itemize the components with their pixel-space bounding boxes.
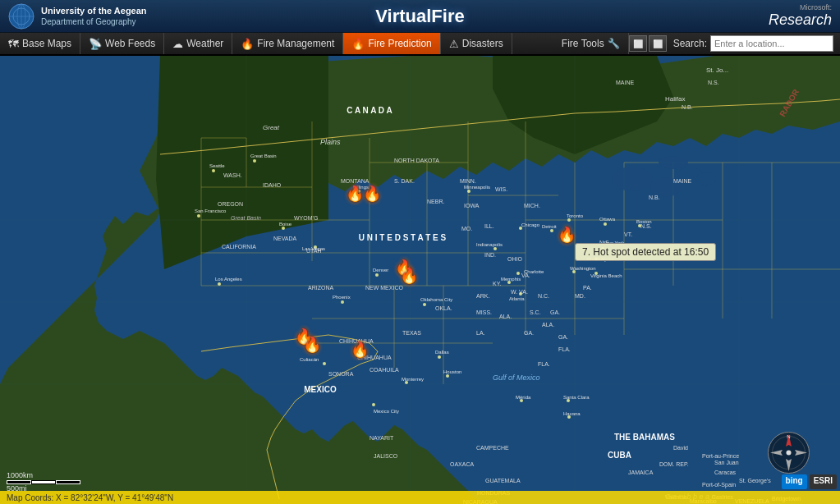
svg-text:KY.: KY. bbox=[493, 281, 501, 286]
svg-text:Phoenix: Phoenix bbox=[333, 295, 351, 300]
svg-text:DOM. REP.: DOM. REP. bbox=[659, 461, 689, 467]
svg-point-110 bbox=[493, 247, 497, 250]
svg-text:GA.: GA. bbox=[558, 334, 568, 340]
svg-text:LA.: LA. bbox=[476, 330, 485, 336]
nav-fire-tools[interactable]: Fire Tools 🔧 bbox=[553, 33, 629, 54]
svg-point-144 bbox=[372, 403, 375, 406]
web-feeds-icon: 📡 bbox=[89, 38, 102, 50]
fire-marker-7[interactable]: 🔥 bbox=[303, 336, 321, 354]
nav-fire-management[interactable]: 🔥 Fire Management bbox=[232, 33, 343, 54]
svg-point-92 bbox=[197, 214, 200, 218]
fire-marker-1[interactable]: 🔥 bbox=[346, 185, 364, 203]
svg-text:JAMAICA: JAMAICA bbox=[628, 470, 654, 475]
svg-text:St. George's: St. George's bbox=[739, 478, 771, 484]
ms-research: Microsoft: Research bbox=[769, 3, 832, 29]
logo-area: University of the Aegean Department of G… bbox=[8, 3, 147, 30]
svg-text:Santa Clara: Santa Clara bbox=[563, 395, 590, 400]
coords-bar: Map Coords: X = 82°32'24"W, Y = 41°49'48… bbox=[0, 491, 840, 504]
fire-marker-4[interactable]: 🔥 bbox=[400, 267, 418, 285]
map-container[interactable]: U N I T E D S T A T E S MEXICO C A N A D… bbox=[0, 56, 840, 504]
weather-icon: ☁ bbox=[172, 38, 183, 50]
svg-text:Oklahoma City: Oklahoma City bbox=[420, 297, 452, 302]
svg-text:Los Angeles: Los Angeles bbox=[215, 277, 242, 282]
svg-point-39 bbox=[659, 156, 688, 169]
svg-text:Boise: Boise bbox=[279, 222, 292, 227]
svg-text:Gulf of Mexico: Gulf of Mexico bbox=[493, 373, 540, 382]
svg-text:Houston: Houston bbox=[443, 369, 461, 374]
svg-text:Indianapolis: Indianapolis bbox=[476, 242, 503, 247]
nav-fire-prediction[interactable]: 🔥 Fire Prediction bbox=[343, 33, 440, 54]
nav-weather[interactable]: ☁ Weather bbox=[164, 33, 232, 54]
svg-text:St. Jo...: St. Jo... bbox=[706, 66, 728, 74]
search-label: Search: bbox=[673, 38, 707, 49]
fire-marker-2[interactable]: 🔥 bbox=[363, 185, 381, 203]
svg-text:MAINE: MAINE bbox=[616, 80, 635, 85]
svg-text:COAHUILA: COAHUILA bbox=[370, 367, 399, 373]
fire-marker-5[interactable]: 🔥 bbox=[558, 226, 576, 244]
svg-text:TEXAS: TEXAS bbox=[402, 330, 421, 336]
svg-text:MEXICO: MEXICO bbox=[304, 385, 337, 394]
svg-point-36 bbox=[612, 167, 653, 191]
svg-point-94 bbox=[218, 282, 221, 286]
svg-text:Virginia Beach: Virginia Beach bbox=[590, 273, 622, 278]
svg-text:New York: New York bbox=[604, 241, 625, 245]
nav-compass[interactable]: N bbox=[766, 430, 811, 475]
svg-text:MICH.: MICH. bbox=[524, 203, 540, 208]
svg-text:OREGON: OREGON bbox=[218, 201, 243, 207]
svg-text:Culiacán: Culiacán bbox=[300, 357, 319, 362]
svg-text:S. DAK.: S. DAK. bbox=[394, 178, 415, 184]
svg-text:N.S.: N.S. bbox=[708, 80, 719, 85]
svg-point-90 bbox=[212, 169, 215, 172]
svg-point-206 bbox=[787, 451, 792, 456]
nav-base-maps[interactable]: 🗺 Base Maps bbox=[0, 33, 80, 54]
logo-text: University of the Aegean Department of G… bbox=[41, 5, 147, 27]
svg-text:NORTH DAKOTA: NORTH DAKOTA bbox=[394, 158, 439, 163]
fire-prediction-icon: 🔥 bbox=[351, 38, 365, 50]
svg-text:Denver: Denver bbox=[373, 268, 388, 273]
search-input[interactable] bbox=[710, 35, 833, 52]
svg-point-104 bbox=[438, 355, 441, 359]
svg-text:U N I T E D   S T A T E S: U N I T E D S T A T E S bbox=[359, 233, 447, 242]
nav-disasters[interactable]: ⚠ Disasters bbox=[441, 33, 512, 54]
svg-point-114 bbox=[519, 292, 522, 296]
svg-text:Atlanta: Atlanta bbox=[509, 296, 525, 301]
svg-text:OHIO: OHIO bbox=[507, 256, 522, 262]
svg-text:JALISCO: JALISCO bbox=[374, 453, 398, 459]
tool-btn-1[interactable]: ⬜ bbox=[629, 35, 647, 52]
svg-text:Washington: Washington bbox=[570, 266, 595, 271]
svg-text:GA.: GA. bbox=[550, 309, 560, 315]
svg-text:ALA.: ALA. bbox=[499, 314, 512, 319]
tool-btn-2[interactable]: ⬜ bbox=[649, 35, 667, 52]
svg-text:N.S.: N.S. bbox=[640, 223, 652, 229]
nav-web-feeds[interactable]: 📡 Web Feeds bbox=[80, 33, 164, 54]
svg-point-96 bbox=[282, 227, 285, 230]
svg-text:Havana: Havana bbox=[563, 411, 581, 416]
svg-text:NAYARIT: NAYARIT bbox=[370, 435, 394, 441]
svg-text:THE BAHAMAS: THE BAHAMAS bbox=[614, 433, 675, 442]
svg-text:FLA.: FLA. bbox=[538, 361, 550, 367]
svg-text:VT.: VT. bbox=[624, 231, 632, 237]
svg-text:MISS.: MISS. bbox=[476, 309, 492, 315]
svg-text:S.C.: S.C. bbox=[530, 309, 541, 315]
svg-text:PA.: PA. bbox=[583, 285, 592, 291]
navbar: 🗺 Base Maps 📡 Web Feeds ☁ Weather 🔥 Fire… bbox=[0, 33, 840, 56]
svg-text:Minneapolis: Minneapolis bbox=[464, 185, 490, 190]
svg-text:OAXACA: OAXACA bbox=[450, 461, 475, 467]
svg-text:Chicago: Chicago bbox=[521, 222, 540, 227]
svg-text:Port-of-Spain: Port-of-Spain bbox=[702, 482, 736, 488]
svg-text:Las Vegas: Las Vegas bbox=[302, 246, 325, 251]
fire-tools-icon: 🔧 bbox=[608, 38, 620, 49]
svg-text:ARK.: ARK. bbox=[476, 293, 489, 299]
fire-marker-8[interactable]: 🔥 bbox=[351, 341, 369, 359]
svg-text:Philadelphia: Philadelphia bbox=[587, 257, 614, 262]
disasters-icon: ⚠ bbox=[449, 38, 459, 50]
svg-text:MAINE: MAINE bbox=[673, 178, 692, 184]
svg-text:NEW MEXICO: NEW MEXICO bbox=[365, 285, 403, 291]
svg-text:N: N bbox=[787, 434, 790, 439]
svg-point-100 bbox=[375, 273, 379, 277]
scale-bar: 1000km 500mi bbox=[7, 471, 80, 493]
svg-point-140 bbox=[253, 159, 256, 163]
app-title: VirtualFire bbox=[375, 6, 464, 27]
svg-point-106 bbox=[446, 374, 449, 378]
svg-text:Caracas: Caracas bbox=[714, 470, 737, 475]
